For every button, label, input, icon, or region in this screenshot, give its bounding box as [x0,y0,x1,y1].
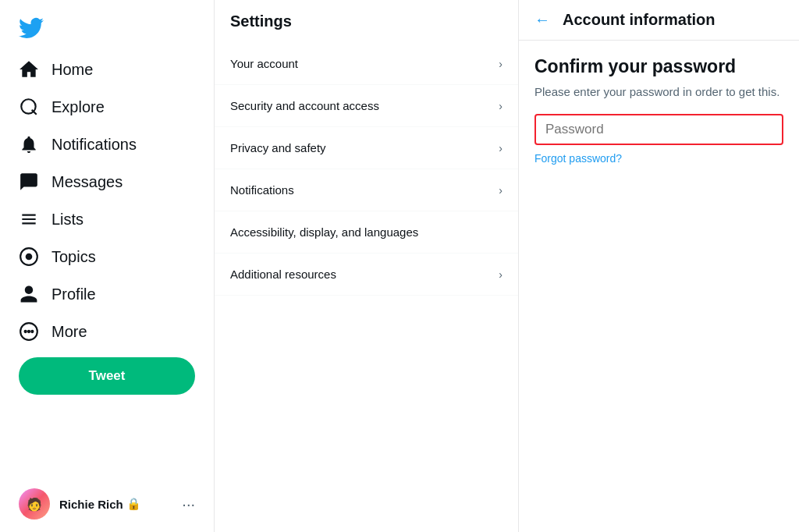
sidebar-item-notifications[interactable]: Notifications [9,126,204,162]
confirm-password-desc: Please enter your password in order to g… [534,85,783,98]
sidebar-item-explore[interactable]: Explore [9,89,204,125]
settings-item-label-notifications: Notifications [230,183,294,197]
settings-item-accessibility[interactable]: Accessibility, display, and languages [215,211,518,254]
messages-icon [19,172,39,192]
notifications-icon [19,134,39,154]
sidebar-item-label-home: Home [51,61,93,79]
chevron-icon-your-account: › [499,58,502,70]
chevron-icon-security: › [499,100,502,112]
settings-item-label-privacy: Privacy and safety [230,141,326,154]
sidebar-item-label-profile: Profile [51,286,96,303]
more-options-icon[interactable]: ··· [182,495,195,513]
sidebar-item-label-messages: Messages [51,173,123,191]
settings-title: Settings [215,0,518,43]
settings-item-label-your-account: Your account [230,57,298,70]
lists-icon [19,209,39,229]
profile-icon [19,284,39,304]
svg-point-5 [31,331,33,332]
settings-item-label-additional: Additional resources [230,268,336,281]
sidebar-item-label-topics: Topics [51,248,96,266]
user-name: Richie Rich 🔒 [59,497,172,511]
confirm-password-title: Confirm your password [534,56,783,77]
settings-item-notifications[interactable]: Notifications › [215,169,518,211]
avatar: 🧑 [19,488,50,520]
settings-panel: Settings Your account › Security and acc… [215,0,519,532]
back-button[interactable]: ← [534,11,550,29]
chevron-icon-privacy: › [499,142,502,154]
sidebar-item-more[interactable]: More [9,314,204,349]
user-profile-footer[interactable]: 🧑 Richie Rich 🔒 ··· [9,482,204,526]
user-info: Richie Rich 🔒 [59,497,172,511]
account-header: ← Account information [519,0,799,41]
twitter-logo[interactable] [9,6,204,47]
account-info-panel: ← Account information Confirm your passw… [519,0,799,532]
sidebar: Home Explore Notifications Messages List… [0,0,215,532]
password-input[interactable] [545,122,772,137]
sidebar-item-label-explore: Explore [51,98,105,116]
sidebar-item-topics[interactable]: Topics [9,239,204,275]
sidebar-item-messages[interactable]: Messages [9,164,204,200]
settings-item-your-account[interactable]: Your account › [215,43,518,85]
lock-icon: 🔒 [126,497,141,511]
chevron-icon-additional: › [499,268,502,281]
password-field-wrapper [534,114,783,145]
sidebar-item-label-notifications: Notifications [51,136,137,154]
settings-item-security[interactable]: Security and account access › [215,85,518,127]
topics-icon [19,246,39,267]
sidebar-item-lists[interactable]: Lists [9,201,204,237]
tweet-button[interactable]: Tweet [19,357,195,395]
settings-item-label-security: Security and account access [230,99,379,112]
sidebar-item-profile[interactable]: Profile [9,276,204,312]
settings-items: Your account › Security and account acce… [215,43,518,296]
sidebar-item-label-more: More [51,323,87,341]
explore-icon [19,97,39,117]
account-info-title: Account information [563,11,716,29]
svg-point-4 [28,331,30,332]
settings-item-privacy[interactable]: Privacy and safety › [215,127,518,169]
account-content: Confirm your password Please enter your … [519,41,799,181]
settings-item-label-accessibility: Accessibility, display, and languages [230,225,418,239]
settings-item-additional[interactable]: Additional resources › [215,254,518,296]
sidebar-item-home[interactable]: Home [9,51,204,87]
nav-items: Home Explore Notifications Messages List… [9,50,204,351]
more-icon [19,321,39,342]
svg-point-3 [25,331,27,332]
home-icon [19,59,39,80]
sidebar-item-label-lists: Lists [51,211,83,229]
chevron-icon-notifications: › [499,184,502,197]
svg-point-1 [26,254,33,261]
forgot-password-link[interactable]: Forgot password? [534,152,622,165]
